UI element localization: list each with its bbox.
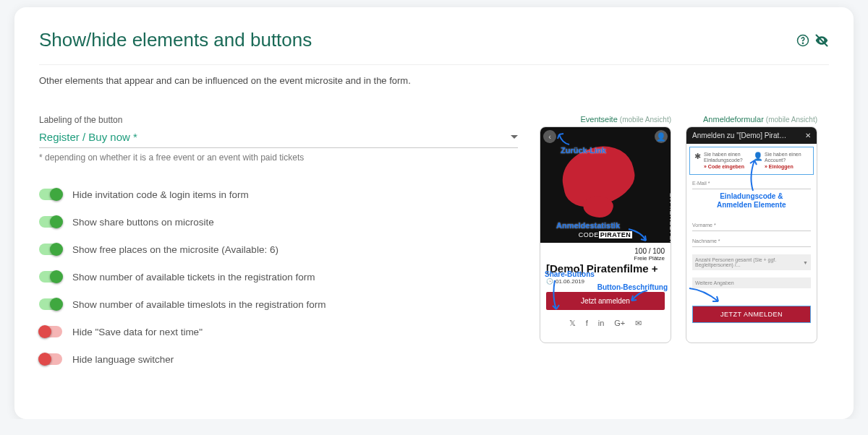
person-icon: 👤 xyxy=(753,152,762,161)
page-title: Show/hide elements and buttons xyxy=(39,29,796,51)
toggle-share-buttons[interactable] xyxy=(39,216,62,228)
preview-eventpage-label: Eventseite (mobile Ansicht) xyxy=(540,115,671,124)
toggle-hide-save-data[interactable] xyxy=(39,326,62,337)
preview-field-lastname: Nachname * xyxy=(692,238,811,247)
preview-field-firstname: Vorname * xyxy=(692,223,811,231)
toggle-available-timeslots[interactable] xyxy=(39,298,62,310)
sun-icon: ✱ xyxy=(694,152,701,161)
toggle-label: Show free places on the microsite (Avail… xyxy=(72,244,278,255)
button-label-helper: * depending on whether it is a free even… xyxy=(39,152,518,163)
linkedin-icon: in xyxy=(598,319,605,328)
page-description: Other elements that appear and can be in… xyxy=(39,75,829,86)
visibility-off-icon[interactable] xyxy=(814,33,829,48)
preview-form: Anmelden zu "[Demo] Pirat… ✕ ✱ Sie haben… xyxy=(686,126,817,343)
preview-vertical-text: PIRATENFILME xyxy=(668,192,671,248)
preview-form-window-title: Anmelden zu "[Demo] Pirat… xyxy=(692,132,786,139)
anno-stats: Anmeldestatistik xyxy=(556,221,620,230)
preview-form-cta: JETZT ANMELDEN xyxy=(692,306,811,323)
toggle-label: Show number of available tickets in the … xyxy=(72,272,315,283)
clock-icon: 🕒 xyxy=(546,278,553,285)
anno-share: Share-Buttons xyxy=(545,270,595,278)
twitter-icon: 𝕏 xyxy=(569,319,576,328)
mail-icon: ✉ xyxy=(635,319,642,328)
preview-code-text: CODEPIRATEN xyxy=(540,231,671,238)
button-label-value: Register / Buy now * xyxy=(39,131,511,143)
button-label-field-label: Labeling of the button xyxy=(39,115,518,125)
svg-point-1 xyxy=(802,43,803,43)
close-icon: ✕ xyxy=(805,132,811,139)
help-icon[interactable] xyxy=(796,33,810,48)
preview-cta-button: Jetzt anmelden xyxy=(546,292,665,310)
toggle-label: Hide language switcher xyxy=(72,354,174,365)
preview-form-label: Anmeldeformular (mobile Ansicht) xyxy=(686,115,817,124)
preview-eventpage: ‹ 👤 PIRATENFILME Zurück-Link Anmeldestat… xyxy=(540,126,671,343)
chevron-down-icon xyxy=(511,135,518,139)
toggle-label: Hide "Save data for next time" xyxy=(72,327,203,337)
button-label-select[interactable]: Register / Buy now * xyxy=(39,128,518,148)
toggle-label: Hide invitation code & login items in fo… xyxy=(72,189,249,200)
facebook-icon: f xyxy=(586,319,588,328)
anno-back-link: Zurück-Link xyxy=(561,146,606,155)
google-plus-icon: G+ xyxy=(614,319,625,328)
toggle-free-places[interactable] xyxy=(39,244,62,255)
anno-button: Button-Beschriftung xyxy=(597,283,668,291)
user-icon: 👤 xyxy=(655,130,668,143)
anno-elements: Einladungscode &Anmelden Elemente xyxy=(717,192,786,210)
toggle-label: Show share buttons on microsite xyxy=(72,217,214,228)
toggle-available-tickets[interactable] xyxy=(39,271,62,283)
back-icon: ‹ xyxy=(543,130,556,143)
toggle-label: Show number of available timeslots in th… xyxy=(72,299,326,310)
preview-field-more: Weitere Angaben xyxy=(692,277,811,288)
preview-field-email: E-Mail * xyxy=(692,181,811,189)
toggle-hide-invite-login[interactable] xyxy=(39,189,62,200)
toggle-hide-lang-switch[interactable] xyxy=(39,353,62,365)
preview-field-qty: Anzahl Personen gesamt (Sie + ggf. Begle… xyxy=(692,254,811,270)
